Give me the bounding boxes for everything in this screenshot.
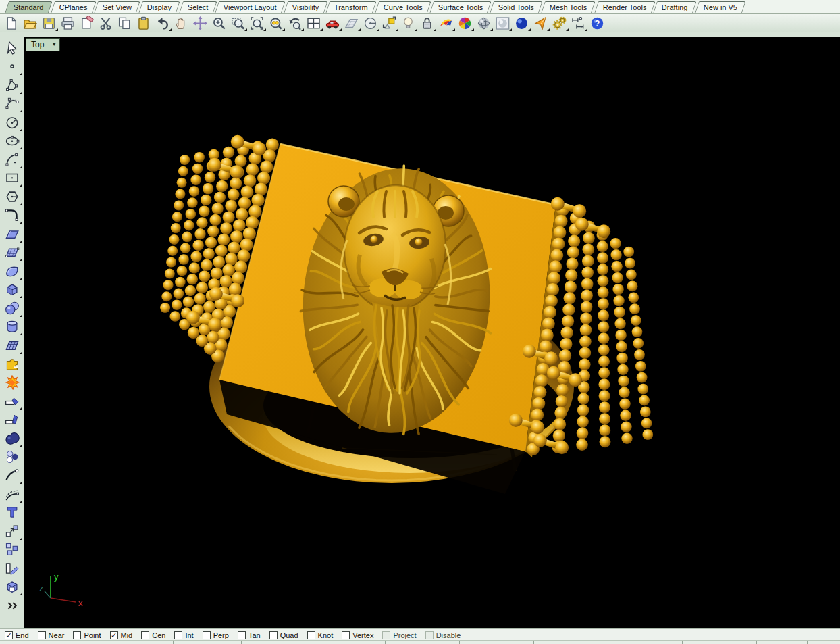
checkbox[interactable]	[307, 631, 315, 639]
tab-drafting[interactable]: Drafting	[654, 1, 697, 13]
box-icon[interactable]	[3, 281, 21, 299]
tab-mesh-tools[interactable]: Mesh Tools	[542, 1, 596, 13]
tab-solid-tools[interactable]: Solid Tools	[490, 1, 544, 13]
osnap-vertex[interactable]: Vertex	[342, 631, 373, 639]
control-point-curve-icon[interactable]	[3, 95, 21, 113]
osnap-end[interactable]: ✓End	[5, 631, 29, 639]
viewport-canvas[interactable]: yzx	[24, 37, 840, 628]
curve-handles-icon[interactable]	[3, 207, 21, 224]
checkbox[interactable]: ✓	[5, 631, 13, 639]
checkbox[interactable]	[342, 631, 350, 639]
point-icon[interactable]	[3, 58, 21, 76]
sphere-icon[interactable]	[3, 299, 21, 317]
polygon-icon[interactable]	[3, 188, 21, 205]
osnap-mid[interactable]: ✓Mid	[110, 631, 133, 639]
osnap-tan[interactable]: Tan	[238, 631, 261, 639]
surface-from-points-icon[interactable]	[3, 244, 21, 262]
lock-icon[interactable]	[419, 15, 435, 31]
checkbox[interactable]	[238, 631, 246, 639]
zoom-window-icon[interactable]	[230, 15, 246, 31]
group-icon[interactable]	[3, 448, 21, 466]
move-icon[interactable]	[3, 522, 21, 540]
explode-icon[interactable]	[3, 374, 21, 391]
tab-visibility[interactable]: Visibility	[284, 1, 327, 13]
plane-surface-icon[interactable]	[3, 225, 21, 243]
select-pointer-icon[interactable]	[3, 39, 21, 57]
boolean-union-icon[interactable]	[3, 430, 21, 447]
checkbox[interactable]	[203, 631, 211, 639]
viewport-title[interactable]: Top ▼	[26, 38, 60, 51]
help-icon[interactable]: ?	[589, 15, 605, 31]
erase-icon[interactable]	[78, 15, 95, 31]
open-file-icon[interactable]	[22, 15, 38, 31]
new-document-icon[interactable]	[3, 15, 19, 31]
paste-icon[interactable]	[135, 15, 151, 31]
more-tools-icon[interactable]	[3, 597, 21, 614]
lights-icon[interactable]	[400, 15, 416, 31]
checkbox[interactable]	[38, 631, 46, 639]
edit-rectangle-icon[interactable]	[3, 560, 21, 577]
print-icon[interactable]	[59, 15, 76, 31]
move-icon[interactable]	[192, 15, 208, 31]
mesh-surface-icon[interactable]	[3, 337, 21, 354]
osnap-cen[interactable]: Cen	[141, 631, 165, 639]
dimension-icon[interactable]	[570, 15, 586, 31]
blocks-icon[interactable]	[3, 541, 21, 559]
extend-curve-icon[interactable]	[3, 467, 21, 485]
save-icon[interactable]	[41, 15, 57, 31]
set-view-icon[interactable]	[362, 15, 378, 31]
undo-view-change-icon[interactable]	[286, 15, 303, 31]
cage-edit-icon[interactable]	[3, 578, 21, 596]
split-icon[interactable]	[3, 411, 21, 428]
tab-surface-tools[interactable]: Surface Tools	[429, 1, 492, 13]
display-color-icon[interactable]	[456, 15, 473, 31]
tab-set-view[interactable]: Set View	[94, 1, 140, 13]
text-icon[interactable]	[3, 504, 21, 522]
checkbox[interactable]	[269, 631, 278, 639]
cylinder-icon[interactable]	[3, 318, 21, 336]
named-views-icon[interactable]	[324, 15, 340, 31]
undo-icon[interactable]	[154, 15, 170, 31]
wireframe-display-icon[interactable]	[475, 15, 492, 31]
trim-icon[interactable]	[3, 393, 21, 410]
join-icon[interactable]	[3, 355, 21, 373]
arc-icon[interactable]	[3, 151, 21, 168]
zoom-selected-icon[interactable]	[267, 15, 284, 31]
layers-icon[interactable]	[438, 15, 454, 31]
tab-cplanes[interactable]: CPlanes	[51, 1, 96, 13]
named-cplanes-icon[interactable]	[381, 15, 397, 31]
checkbox[interactable]	[382, 631, 390, 639]
rectangle-icon[interactable]	[3, 170, 21, 187]
tab-render-tools[interactable]: Render Tools	[594, 1, 655, 13]
pan-icon[interactable]	[173, 15, 189, 31]
rendered-display-icon[interactable]	[513, 15, 529, 31]
copy-icon[interactable]	[116, 15, 132, 31]
tab-display[interactable]: Display	[139, 1, 181, 13]
tab-standard[interactable]: Standard	[5, 1, 52, 13]
osnap-quad[interactable]: Quad	[269, 631, 298, 639]
tab-transform[interactable]: Transform	[326, 1, 377, 13]
osnap-point[interactable]: Point	[73, 631, 101, 639]
patch-surface-icon[interactable]	[3, 262, 21, 280]
cut-icon[interactable]	[97, 15, 113, 31]
zoom-dynamic-icon[interactable]	[211, 15, 227, 31]
offset-curve-icon[interactable]	[3, 485, 21, 503]
osnap-int[interactable]: Int	[174, 631, 193, 639]
tab-viewport-layout[interactable]: Viewport Layout	[215, 1, 285, 13]
options-icon[interactable]	[551, 15, 567, 31]
checkbox[interactable]	[73, 631, 81, 639]
checkbox[interactable]	[174, 631, 182, 639]
osnap-knot[interactable]: Knot	[307, 631, 334, 639]
osnap-near[interactable]: Near	[38, 631, 65, 639]
checkbox[interactable]	[425, 631, 434, 639]
tab-new-in-v5[interactable]: New in V5	[695, 1, 746, 13]
checkbox[interactable]	[141, 631, 149, 639]
selection-cone-icon[interactable]	[532, 15, 548, 31]
osnap-disable[interactable]: Disable	[425, 631, 461, 639]
viewport-layout-icon[interactable]	[305, 15, 321, 31]
tab-select[interactable]: Select	[179, 1, 217, 13]
shaded-display-icon[interactable]	[494, 15, 510, 31]
checkbox[interactable]: ✓	[110, 631, 118, 639]
cplanes-icon[interactable]	[343, 15, 359, 31]
circle-icon[interactable]	[3, 114, 21, 131]
